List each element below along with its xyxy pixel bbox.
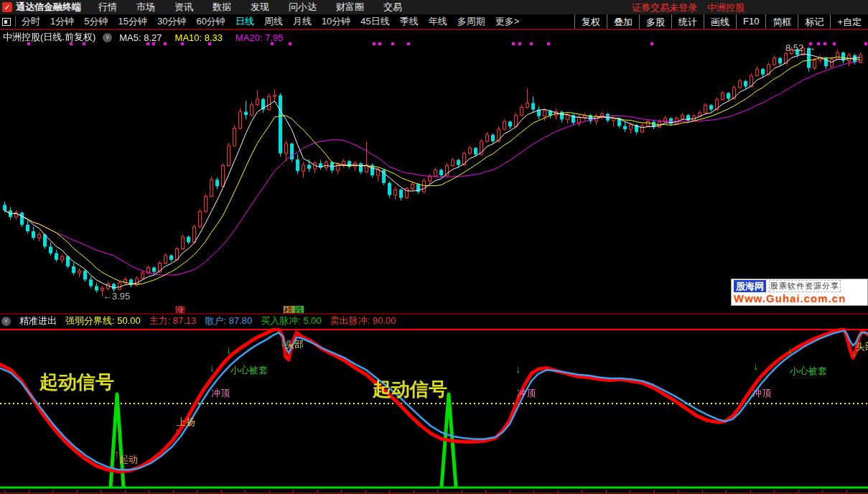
indicator-name[interactable]: 精准进出: [19, 314, 57, 327]
period-tab-14[interactable]: 更多>: [495, 15, 520, 28]
period-tabs: 分时1分钟5分钟15分钟30分钟60分钟日线周线月线10分钟45日线季线年线多周…: [22, 15, 519, 28]
ma-legend: MA5: 8.27MA10: 8.33MA20: 7.95: [119, 32, 296, 43]
signal-label-1: 起动信号: [373, 380, 447, 399]
tool-button-6[interactable]: 简框: [765, 14, 798, 29]
current-stock-name[interactable]: 中洲控股: [707, 1, 745, 14]
watermark-site-badge: 股海网: [734, 280, 766, 292]
period-tab-11[interactable]: 季线: [400, 15, 419, 28]
ma-label-ma10: MA10: 8.33: [175, 32, 223, 43]
indicator-stat-3: 买入脉冲: 5.00: [261, 315, 322, 326]
toolbar-separator: [15, 16, 16, 27]
main-chart-area: 中洲控股(日线.前复权) ˅ MA5: 8.27MA10: 8.33MA20: …: [0, 30, 868, 313]
tool-button-4[interactable]: 画线: [704, 14, 736, 29]
chart-title[interactable]: 中洲控股(日线.前复权): [3, 31, 95, 44]
menu-item-0[interactable]: 行情: [98, 1, 117, 14]
tool-button-5[interactable]: F10: [736, 14, 765, 29]
sell-arrow-icon-0: ↓: [210, 363, 215, 373]
app-title: 通达信金融终端: [16, 1, 81, 14]
signal-label-5: 冲顶: [517, 388, 536, 399]
signal-label-3: 小心被套: [790, 366, 827, 376]
sell-arrow-icon-4: ↓: [753, 361, 759, 371]
period-tab-5[interactable]: 60分钟: [196, 15, 225, 28]
sell-arrow-icon-1: ↓: [226, 345, 232, 355]
signal-label-6: 冲顶: [752, 388, 771, 399]
menu-item-7[interactable]: 交易: [383, 1, 402, 14]
period-tab-7[interactable]: 周线: [264, 15, 283, 28]
indicator-stat-4: 卖出脉冲: 90.00: [330, 315, 396, 326]
indicator-stat-0: 强弱分界线: 50.00: [65, 315, 141, 326]
signal-label-4: 冲顶: [211, 388, 230, 399]
period-tab-9[interactable]: 10分钟: [322, 15, 350, 28]
watermark-slogan: 股票软件资源分享: [769, 280, 841, 292]
toolbar-right-buttons: 复权叠加多股统计画线F10简框标记+自定: [574, 14, 868, 29]
period-tab-10[interactable]: 45日线: [360, 15, 389, 28]
high-price-label: 8.52 →: [785, 42, 816, 53]
period-tab-1[interactable]: 1分钟: [50, 15, 74, 28]
period-tab-2[interactable]: 5分钟: [84, 15, 108, 28]
indicator-stat-2: 散户: 87.80: [205, 315, 253, 326]
signal-label-2: 小心被套: [230, 365, 268, 376]
tool-button-3[interactable]: 统计: [671, 14, 704, 29]
indicator-panel: 起动信号起动信号小心被套小心被套冲顶冲顶冲顶上扬起动头部头部↓↓↓↓↓↓↓↑↑: [0, 328, 868, 494]
menu-item-4[interactable]: 发现: [251, 1, 269, 14]
indicator-stat-1: 主力: 87.13: [149, 315, 197, 326]
tdx-terminal-window: ✓ 通达信金融终端 行情市场资讯数据发现问小达财富圈交易 证券交易未登录 中洲控…: [0, 0, 868, 494]
sell-arrow-icon-6: ↓: [851, 348, 857, 358]
period-toolbar: 分时1分钟5分钟15分钟30分钟60分钟日线周线月线10分钟45日线季线年线多周…: [0, 14, 868, 30]
signal-label-8: 起动: [119, 455, 138, 465]
tool-button-2[interactable]: 多股: [639, 14, 671, 29]
period-tab-3[interactable]: 15分钟: [118, 15, 146, 28]
chart-header: 中洲控股(日线.前复权) ˅ MA5: 8.27MA10: 8.33MA20: …: [3, 31, 297, 44]
period-tab-12[interactable]: 年线: [429, 15, 447, 28]
trade-login-status[interactable]: 证券交易未登录: [632, 1, 697, 14]
period-tab-0[interactable]: 分时: [22, 15, 40, 28]
sell-arrow-icon-2: ↓: [280, 337, 286, 348]
trade-status: 证券交易未登录 中洲控股: [632, 1, 745, 14]
menu-item-1[interactable]: 市场: [136, 1, 155, 14]
indicator-chart-canvas[interactable]: [0, 328, 868, 494]
layout-icon[interactable]: [2, 18, 11, 26]
tool-button-8[interactable]: +自定: [830, 14, 868, 29]
period-tab-8[interactable]: 月线: [293, 15, 312, 28]
sell-arrow-icon-5: ↓: [788, 345, 793, 355]
period-tab-4[interactable]: 30分钟: [157, 15, 186, 28]
top-menu-bar: ✓ 通达信金融终端 行情市场资讯数据发现问小达财富圈交易 证券交易未登录 中洲控…: [0, 0, 868, 14]
watermark-url: Www.Guhai.com.cn: [734, 292, 865, 304]
hotkey-zhang[interactable]: 涨: [175, 303, 185, 313]
indicator-header: ˅ 精准进出 强弱分界线: 50.00主力: 87.13散户: 87.80买入脉…: [1, 315, 405, 327]
menu-item-2[interactable]: 资讯: [174, 1, 193, 14]
chevron-down-icon[interactable]: ˅: [1, 317, 11, 326]
menu-item-3[interactable]: 数据: [213, 1, 231, 14]
buy-arrow-icon-1: ↑: [174, 427, 180, 437]
signal-label-9: 头部: [285, 340, 304, 350]
ma-label-ma5: MA5: 8.27: [119, 32, 162, 43]
period-tab-6[interactable]: 日线: [235, 15, 254, 28]
hotkey-bangdie[interactable]: 榜跌: [284, 303, 304, 313]
main-menu: 行情市场资讯数据发现问小达财富圈交易: [98, 1, 402, 14]
candlestick-chart-canvas[interactable]: [0, 30, 868, 313]
signal-label-0: 起动信号: [39, 373, 114, 392]
tool-button-7[interactable]: 标记: [798, 14, 830, 29]
tdx-logo-icon: ✓: [2, 2, 12, 12]
period-tab-13[interactable]: 多周期: [457, 15, 485, 28]
menu-item-6[interactable]: 财富圈: [336, 1, 364, 14]
ma-label-ma20: MA20: 7.95: [235, 32, 284, 43]
menu-item-5[interactable]: 问小达: [289, 1, 317, 14]
tool-button-0[interactable]: 复权: [574, 14, 607, 29]
indicator-stats: 强弱分界线: 50.00主力: 87.13散户: 87.80买入脉冲: 5.00…: [65, 314, 405, 327]
watermark: 股海网 股票软件资源分享 Www.Guhai.com.cn: [731, 279, 868, 306]
buy-arrow-icon-0: ↑: [114, 449, 120, 459]
sell-arrow-icon-3: ↓: [515, 364, 521, 374]
low-price-label: ←3.95: [103, 291, 130, 302]
chevron-down-icon[interactable]: ˅: [103, 33, 112, 42]
tool-button-1[interactable]: 叠加: [607, 14, 639, 29]
signal-label-10: 头部: [856, 342, 868, 352]
